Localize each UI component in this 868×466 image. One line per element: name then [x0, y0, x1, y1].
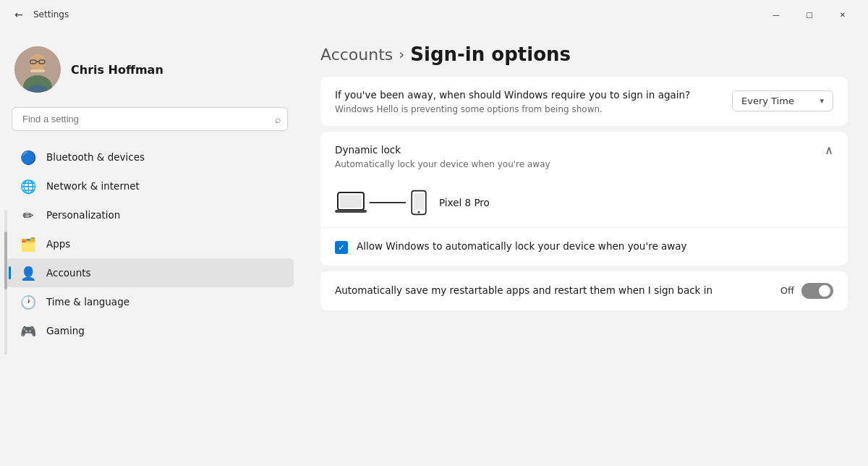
sidebar-item-label: Time & language	[46, 296, 129, 308]
search-icon: ⌕	[275, 114, 281, 125]
user-profile: Chris Hoffman	[0, 41, 299, 107]
dynamic-lock-text: Dynamic lock Automatically lock your dev…	[335, 143, 825, 169]
bluetooth-icon: 🔵	[20, 149, 36, 165]
sidebar-item-label: Network & internet	[46, 180, 140, 192]
minimize-button[interactable]: —	[760, 3, 793, 26]
avatar	[14, 46, 61, 93]
auto-restart-toggle-container: Off	[780, 283, 833, 299]
user-name: Chris Hoffman	[71, 63, 163, 77]
toggle-label: Off	[780, 285, 794, 296]
collapse-icon[interactable]: ∧	[825, 143, 833, 157]
auto-lock-row: ✓ Allow Windows to automatically lock yo…	[320, 228, 848, 266]
away-signin-card: If you've been away, when should Windows…	[320, 77, 848, 126]
titlebar: ← Settings — □ ✕	[0, 0, 868, 29]
device-connection-row: Pixel 8 Pro	[320, 181, 848, 228]
accounts-icon: 👤	[20, 265, 36, 281]
dropdown-chevron-icon: ▾	[820, 96, 824, 106]
sidebar-item-accounts[interactable]: 👤 Accounts	[6, 258, 294, 287]
auto-restart-title: Automatically save my restartable apps a…	[335, 284, 780, 297]
search-box: ⌕	[12, 107, 288, 131]
dynamic-lock-card: Dynamic lock Automatically lock your dev…	[320, 132, 848, 266]
apps-icon: 🗂️	[20, 236, 36, 252]
dynamic-lock-header: Dynamic lock Automatically lock your dev…	[320, 132, 848, 181]
sidebar-item-apps[interactable]: 🗂️ Apps	[6, 229, 294, 258]
sidebar-item-label: Accounts	[46, 267, 91, 279]
sidebar-item-gaming[interactable]: 🎮 Gaming	[6, 316, 294, 345]
auto-restart-row: Automatically save my restartable apps a…	[320, 271, 848, 310]
gaming-icon: 🎮	[20, 323, 36, 339]
checkbox-check-icon: ✓	[338, 242, 345, 253]
sidebar-item-personalization[interactable]: ✏️ Personalization	[6, 200, 294, 229]
sidebar-item-bluetooth[interactable]: 🔵 Bluetooth & devices	[6, 143, 294, 171]
close-button[interactable]: ✕	[826, 3, 859, 26]
network-icon: 🌐	[20, 178, 36, 194]
sidebar-scrollbar-thumb	[4, 232, 7, 289]
svg-rect-9	[340, 195, 362, 208]
back-button[interactable]: ←	[9, 4, 29, 25]
window-controls: — □ ✕	[760, 3, 859, 26]
away-signin-row: If you've been away, when should Windows…	[320, 77, 848, 126]
breadcrumb: Accounts › Sign-in options	[320, 43, 848, 65]
device-name: Pixel 8 Pro	[439, 197, 490, 208]
dynamic-lock-title: Dynamic lock	[335, 143, 825, 157]
svg-rect-10	[335, 210, 367, 213]
auto-lock-checkbox[interactable]: ✓	[335, 241, 348, 254]
breadcrumb-separator: ›	[399, 46, 404, 63]
sidebar-item-label: Bluetooth & devices	[46, 151, 145, 163]
personalization-icon: ✏️	[20, 207, 36, 223]
auto-lock-label: Allow Windows to automatically lock your…	[357, 240, 687, 253]
breadcrumb-parent: Accounts	[320, 46, 393, 64]
sidebar-item-network[interactable]: 🌐 Network & internet	[6, 171, 294, 200]
sidebar-item-label: Gaming	[46, 325, 85, 336]
away-signin-dropdown[interactable]: Every Time ▾	[732, 90, 833, 111]
auto-restart-text: Automatically save my restartable apps a…	[335, 284, 780, 297]
phone-icon	[409, 190, 429, 216]
maximize-button[interactable]: □	[793, 3, 826, 26]
dynamic-lock-subtitle: Automatically lock your device when you'…	[335, 159, 825, 169]
time-icon: 🕐	[20, 294, 36, 310]
away-signin-text: If you've been away, when should Windows…	[335, 88, 732, 114]
sidebar-scrollbar[interactable]	[4, 210, 7, 355]
svg-rect-4	[30, 69, 45, 72]
sidebar: Chris Hoffman ⌕ 🔵 Bluetooth & devices 🌐 …	[0, 29, 300, 466]
toggle-thumb	[819, 285, 830, 297]
svg-point-3	[30, 54, 46, 70]
svg-point-13	[417, 211, 420, 213]
app-body: Chris Hoffman ⌕ 🔵 Bluetooth & devices 🌐 …	[0, 29, 868, 466]
connection-line	[370, 202, 406, 203]
svg-rect-12	[414, 193, 425, 210]
nav-list: 🔵 Bluetooth & devices 🌐 Network & intern…	[0, 143, 299, 345]
auto-restart-card: Automatically save my restartable apps a…	[320, 271, 848, 310]
away-signin-subtitle: Windows Hello is preventing some options…	[335, 104, 732, 114]
dropdown-value: Every Time	[741, 96, 794, 106]
main-content: Accounts › Sign-in options If you've bee…	[300, 29, 868, 466]
search-input[interactable]	[12, 107, 288, 131]
breadcrumb-current: Sign-in options	[410, 43, 571, 65]
auto-restart-toggle[interactable]	[801, 283, 833, 299]
away-signin-title: If you've been away, when should Windows…	[335, 88, 732, 102]
laptop-icon	[335, 190, 367, 216]
app-title: Settings	[33, 9, 69, 20]
sidebar-item-label: Apps	[46, 238, 70, 250]
sidebar-item-label: Personalization	[46, 209, 120, 221]
sidebar-item-time[interactable]: 🕐 Time & language	[6, 287, 294, 316]
